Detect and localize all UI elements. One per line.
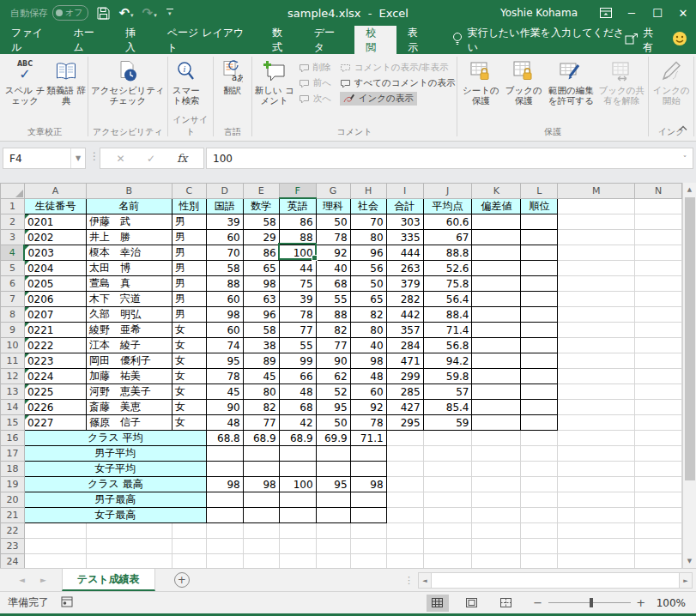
cell[interactable]: 40 [350, 338, 386, 353]
col-header-M[interactable]: M [558, 184, 635, 199]
cell[interactable]: 55 [279, 338, 316, 353]
cell[interactable] [635, 323, 682, 338]
cell[interactable]: 68.9 [279, 431, 316, 446]
col-header-D[interactable]: D [206, 184, 243, 199]
cell[interactable] [472, 369, 521, 384]
cell[interactable]: 295 [386, 415, 423, 431]
row-header-1[interactable]: 1 [1, 198, 25, 214]
cell[interactable]: 44 [279, 261, 316, 276]
cell[interactable] [243, 508, 279, 523]
row-header-15[interactable]: 15 [1, 415, 25, 431]
cell[interactable] [472, 353, 521, 369]
previous-comment-button[interactable]: 前へ [299, 77, 340, 89]
cell[interactable] [521, 369, 558, 384]
tab-home[interactable]: ホーム [62, 26, 114, 54]
cell[interactable] [279, 554, 316, 569]
cell[interactable]: 98 [350, 353, 386, 369]
cell[interactable] [558, 462, 635, 477]
cell[interactable]: 男 [172, 261, 206, 276]
cell[interactable]: 78 [279, 307, 316, 323]
cell[interactable]: 0201 [24, 214, 86, 230]
next-sheet-icon[interactable]: ► [40, 576, 46, 584]
cell[interactable]: 数学 [243, 198, 279, 214]
cell[interactable]: 60 [350, 384, 386, 400]
cell[interactable] [423, 446, 472, 462]
cell[interactable] [558, 353, 635, 369]
cell[interactable]: 444 [386, 245, 423, 261]
cell[interactable] [635, 384, 682, 400]
accessibility-check-button[interactable]: アクセシビリティ チェック [90, 57, 166, 106]
cell[interactable] [386, 492, 423, 508]
cell[interactable] [243, 446, 279, 462]
confirm-entry-icon[interactable]: ✓ [147, 153, 155, 165]
cell[interactable]: 80 [350, 323, 386, 338]
cell[interactable]: 88.4 [423, 307, 472, 323]
cell[interactable]: 50 [316, 214, 350, 230]
collapse-ribbon-icon[interactable] [679, 122, 687, 134]
cell[interactable] [423, 462, 472, 477]
col-header-B[interactable]: B [86, 184, 172, 199]
cell[interactable]: 39 [206, 214, 243, 230]
cell[interactable]: クラス 平均 [24, 431, 206, 446]
cell[interactable] [558, 554, 635, 569]
cell[interactable]: 0203 [24, 245, 86, 261]
cell[interactable]: 井上 勝 [86, 230, 172, 245]
feedback-smiley-icon[interactable] [672, 31, 687, 49]
col-header-I[interactable]: I [386, 184, 423, 199]
worksheet-area[interactable]: ABCDEFGHIJKLMN1生徒番号名前性別国語数学英語理科社会合計平均点偏差… [0, 183, 682, 568]
row-header-5[interactable]: 5 [1, 261, 25, 276]
col-header-H[interactable]: H [350, 184, 386, 199]
cell[interactable] [558, 384, 635, 400]
cell[interactable]: 48 [279, 384, 316, 400]
cell[interactable]: 59.8 [423, 369, 472, 384]
cell[interactable]: 92 [316, 245, 350, 261]
sheet-tab-active[interactable]: テスト成績表 [62, 569, 155, 591]
row-header-24[interactable]: 24 [1, 554, 25, 569]
cell[interactable] [472, 415, 521, 431]
cell[interactable] [521, 523, 558, 539]
tab-view[interactable]: 表示 [396, 26, 439, 54]
cell[interactable]: 順位 [521, 198, 558, 214]
cell[interactable] [472, 523, 521, 539]
cell[interactable] [521, 492, 558, 508]
cell[interactable]: 女 [172, 369, 206, 384]
cell[interactable] [423, 554, 472, 569]
col-header-E[interactable]: E [243, 184, 279, 199]
cell[interactable] [558, 214, 635, 230]
cell[interactable] [172, 554, 206, 569]
cell[interactable] [472, 477, 521, 492]
cell[interactable] [635, 198, 682, 214]
cell[interactable]: 303 [386, 214, 423, 230]
cell[interactable]: 60 [206, 292, 243, 307]
cell[interactable]: 0224 [24, 369, 86, 384]
cell[interactable]: 39 [279, 292, 316, 307]
cell[interactable]: 282 [386, 292, 423, 307]
cell[interactable] [316, 539, 350, 554]
cell[interactable] [386, 462, 423, 477]
cell[interactable]: 48 [350, 369, 386, 384]
cell[interactable]: 45 [243, 369, 279, 384]
cell[interactable] [350, 554, 386, 569]
cell[interactable] [635, 369, 682, 384]
cell[interactable]: 女子最高 [24, 508, 206, 523]
save-icon[interactable] [97, 7, 110, 20]
row-header-21[interactable]: 21 [1, 508, 25, 523]
cell[interactable]: 0202 [24, 230, 86, 245]
col-header-L[interactable]: L [521, 184, 558, 199]
scroll-right-icon[interactable]: ► [679, 572, 693, 589]
cell[interactable] [521, 230, 558, 245]
cell[interactable] [350, 446, 386, 462]
cell[interactable]: 78 [206, 369, 243, 384]
cell[interactable]: 40 [316, 261, 350, 276]
cell[interactable] [206, 446, 243, 462]
cell[interactable] [279, 508, 316, 523]
cell[interactable]: 86 [243, 245, 279, 261]
cell[interactable] [386, 554, 423, 569]
cell[interactable] [172, 539, 206, 554]
horizontal-scroll-track[interactable] [432, 572, 679, 589]
cell[interactable] [558, 292, 635, 307]
tab-insert[interactable]: 挿入 [114, 26, 156, 54]
cell[interactable] [24, 554, 86, 569]
cell[interactable] [206, 508, 243, 523]
protect-sheet-button[interactable]: シートの 保護 [459, 57, 502, 106]
